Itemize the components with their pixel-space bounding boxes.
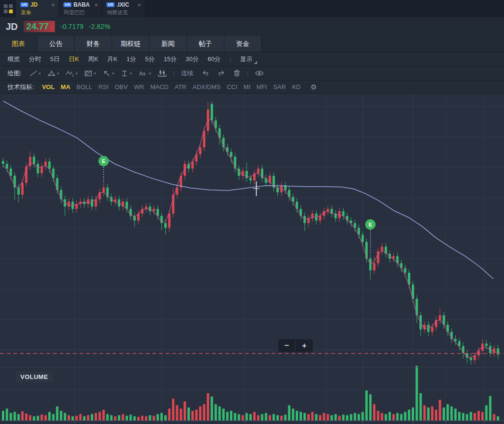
volume-bar xyxy=(377,411,379,421)
volume-bar xyxy=(369,394,371,421)
indicator-mfi[interactable]: MFI xyxy=(256,83,267,90)
volume-bar xyxy=(323,413,325,421)
volume-bar xyxy=(404,412,407,421)
timeframe-15分[interactable]: 15分 xyxy=(164,55,177,63)
zoom-in-button[interactable]: + xyxy=(296,339,313,352)
chevron-down-icon[interactable]: ▾ xyxy=(57,71,59,76)
zoom-out-button[interactable]: − xyxy=(278,339,296,352)
volume-bar xyxy=(130,415,132,421)
earnings-event-marker[interactable]: E xyxy=(365,219,376,230)
indicator-atr[interactable]: ATR xyxy=(175,83,186,90)
timeframe-30分[interactable]: 30分 xyxy=(186,55,198,63)
chevron-down-icon[interactable]: ▾ xyxy=(149,71,151,76)
volume-bar xyxy=(234,413,236,421)
chevron-down-icon[interactable]: ▾ xyxy=(39,71,41,76)
continuous-draw-toggle[interactable]: 连续 xyxy=(181,69,194,78)
timeframe-日K[interactable]: 日K xyxy=(69,55,79,63)
candle xyxy=(48,162,51,169)
timeframe-周K[interactable]: 周K xyxy=(88,55,98,63)
indicator-obv[interactable]: OBV xyxy=(115,83,128,90)
volume-bar xyxy=(300,412,302,421)
toolbar-divider: | xyxy=(173,70,174,77)
indicator-ma[interactable]: MA xyxy=(61,83,70,90)
price-label-tool[interactable]: ▾ xyxy=(120,69,133,78)
indicator-mi[interactable]: MI xyxy=(244,83,250,90)
tab-图表[interactable]: 图表 xyxy=(0,36,37,52)
symbol-tab-baba[interactable]: USBABA×阿里巴巴 xyxy=(59,0,102,17)
volume-bar xyxy=(226,412,229,421)
tab-close-icon[interactable]: × xyxy=(94,2,98,8)
chevron-down-icon[interactable]: ▾ xyxy=(130,71,132,76)
tab-期权链[interactable]: 期权链 xyxy=(112,36,150,52)
timeframe-月K[interactable]: 月K xyxy=(107,55,118,63)
timeframe-5日[interactable]: 5日 xyxy=(50,55,60,63)
candle xyxy=(451,332,453,339)
symbol-tab-ixic[interactable]: US.IXIC×纳斯达克 xyxy=(102,0,145,17)
workspace-grid-icon[interactable] xyxy=(0,0,16,17)
candle xyxy=(416,299,418,316)
candle xyxy=(419,316,422,330)
indicator-wr[interactable]: WR xyxy=(134,83,144,90)
timeframe-1分[interactable]: 1分 xyxy=(126,55,136,63)
chevron-down-icon[interactable]: ▾ xyxy=(76,71,78,76)
indicator-kd[interactable]: KD xyxy=(292,83,301,90)
indicator-sar[interactable]: SAR xyxy=(273,83,286,90)
candle xyxy=(191,162,194,169)
tab-资金[interactable]: 资金 xyxy=(224,36,262,52)
candle xyxy=(164,223,167,228)
undo-button[interactable] xyxy=(200,69,211,78)
timeframe-5分[interactable]: 5分 xyxy=(145,55,154,63)
timeframe-概览[interactable]: 概览 xyxy=(8,55,20,63)
trash-button[interactable] xyxy=(231,68,242,78)
text-tool[interactable]: Aa▾ xyxy=(138,69,152,78)
volume-bar xyxy=(454,408,457,421)
visibility-toggle-button[interactable] xyxy=(253,69,265,78)
tab-新闻[interactable]: 新闻 xyxy=(150,36,187,52)
candlestick-chart[interactable]: EE xyxy=(0,94,504,424)
timeframe-60分[interactable]: 60分 xyxy=(208,55,221,63)
indicator-settings-gear-icon[interactable]: ⚙ xyxy=(310,83,317,91)
arrow-tool[interactable]: ▾ xyxy=(102,69,115,78)
redo-button[interactable] xyxy=(216,69,227,78)
indicator-adx-dms[interactable]: ADX/DMS xyxy=(193,83,221,90)
candle xyxy=(153,209,155,211)
volume-bar xyxy=(64,413,66,421)
volume-bar xyxy=(431,406,433,421)
indicator-vol[interactable]: VOL xyxy=(42,83,55,90)
indicator-rsi[interactable]: RSI xyxy=(98,83,109,90)
indicator-cci[interactable]: CCI xyxy=(227,83,237,90)
candle xyxy=(431,327,433,332)
candle xyxy=(354,223,356,228)
tab-帖子[interactable]: 帖子 xyxy=(187,36,224,52)
volume-bar xyxy=(230,411,232,421)
indicator-boll[interactable]: BOLL xyxy=(77,83,92,90)
tab-财务[interactable]: 财务 xyxy=(75,36,112,52)
chart-area[interactable]: EE VOLUME − + xyxy=(0,94,504,424)
candle xyxy=(400,263,403,268)
wave-tool[interactable]: 3▾ xyxy=(65,69,79,78)
timeframe-分时[interactable]: 分时 xyxy=(29,55,41,63)
symbol-tab-jd[interactable]: USJD×京东 xyxy=(16,0,59,17)
candle xyxy=(369,259,371,271)
trend-line-tool[interactable]: ▾ xyxy=(28,69,42,78)
candle xyxy=(493,348,495,353)
pattern-tool[interactable]: ▾ xyxy=(83,69,97,78)
indicator-macd[interactable]: MACD xyxy=(150,83,168,90)
chevron-down-icon[interactable]: ▾ xyxy=(112,71,115,76)
volume-bar xyxy=(319,415,321,421)
volume-bar xyxy=(249,414,252,421)
volume-bar xyxy=(493,414,495,421)
tab-close-icon[interactable]: × xyxy=(137,2,141,8)
volume-bar xyxy=(481,412,484,421)
tab-close-icon[interactable]: × xyxy=(51,2,55,8)
earnings-event-marker[interactable]: E xyxy=(98,156,109,166)
volume-bar xyxy=(41,415,43,421)
display-options-button[interactable]: 显示 xyxy=(240,55,257,63)
tab-公告[interactable]: 公告 xyxy=(37,36,75,52)
volume-bar xyxy=(153,416,155,421)
volume-bar xyxy=(442,407,445,421)
shape-tool[interactable]: ▾ xyxy=(46,69,60,78)
volume-bar xyxy=(338,416,341,421)
chevron-down-icon[interactable]: ▾ xyxy=(94,71,96,76)
measure-tool[interactable] xyxy=(157,68,168,78)
